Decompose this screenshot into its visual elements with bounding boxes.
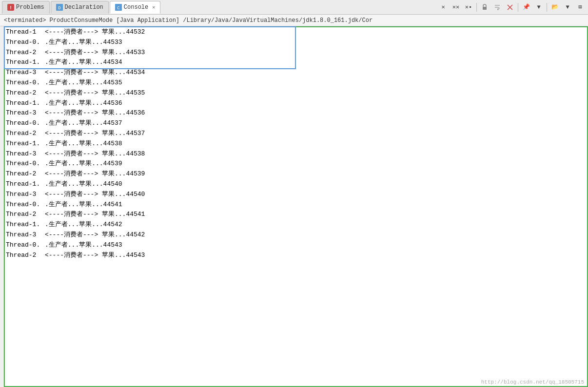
separator-2 [518,3,518,12]
log-message: <----消费者---> 苹果...44542 [45,230,145,240]
thread-name: Thread-2 [6,88,45,98]
log-message: <----消费者---> 苹果...44535 [45,88,145,98]
log-message: <----消费者---> 苹果...44539 [45,169,145,179]
log-message: <----消费者---> 苹果...44532 [45,27,145,38]
log-line: Thread-2 <----消费者---> 苹果...44543 [6,251,586,261]
thread-name: Thread-1 [6,27,45,38]
log-line: Thread-1. .生产者...苹果...44542 [6,220,586,230]
log-line: Thread-0. .生产者...苹果...44541 [6,200,586,210]
thread-name: Thread-2 [6,169,45,179]
log-message: .生产者...苹果...44536 [45,98,122,109]
tab-console[interactable]: C Console ✕ [110,1,160,14]
log-line: Thread-1. .生产者...苹果...44540 [6,179,586,190]
log-message: <----消费者---> 苹果...44536 [45,108,145,118]
console-tab-close[interactable]: ✕ [152,4,155,10]
thread-name: Thread-2 [6,48,45,58]
log-line: Thread-0. .生产者...苹果...44533 [6,38,586,48]
log-line: Thread-0. .生产者...苹果...44535 [6,78,586,88]
log-message: .生产者...苹果...44535 [45,78,122,88]
status-text: <terminated> ProductConsumeMode [Java Ap… [4,17,372,24]
thread-name: Thread-3 [6,230,45,240]
log-line: Thread-2 <----消费者---> 苹果...44533 [6,48,586,58]
log-line: Thread-3 <----消费者---> 苹果...44542 [6,230,586,240]
tab-console-label: Console [124,4,148,11]
log-line: Thread-2 <----消费者---> 苹果...44539 [6,169,586,179]
log-line: Thread-3 <----消费者---> 苹果...44538 [6,149,586,159]
log-line: Thread-1. .生产者...苹果...44538 [6,139,586,149]
log-line: Thread-2 <----消费者---> 苹果...44541 [6,210,586,220]
clear-btn[interactable] [504,1,516,13]
terminate-all-btn[interactable]: ✕✕ [450,1,462,13]
tab-problems-label: Problems [16,4,44,11]
thread-name: Thread-0. [6,159,45,169]
tab-declaration[interactable]: D Declaration [51,1,109,14]
declaration-icon: D [56,4,63,11]
log-line: Thread-0. .生产者...苹果...44539 [6,159,586,169]
log-message: <----消费者---> 苹果...44540 [45,190,145,200]
thread-name: Thread-0. [6,200,45,210]
log-message: .生产者...苹果...44543 [45,240,122,251]
log-message: .生产者...苹果...44541 [45,200,122,210]
log-message: .生产者...苹果...44540 [45,179,122,190]
log-line: Thread-1. .生产者...苹果...44534 [6,58,586,68]
thread-name: Thread-3 [6,190,45,200]
log-message: .生产者...苹果...44534 [45,58,122,68]
log-line: Thread-3 <----消费者---> 苹果...44536 [6,108,586,118]
thread-name: Thread-0. [6,38,45,48]
status-bar: <terminated> ProductConsumeMode [Java Ap… [0,15,588,26]
log-line: Thread-2 <----消费者---> 苹果...44537 [6,129,586,139]
log-line: Thread-2 <----消费者---> 苹果...44535 [6,88,586,98]
thread-name: Thread-3 [6,149,45,159]
log-line: Thread-0. .生产者...苹果...44543 [6,240,586,251]
thread-name: Thread-2 [6,129,45,139]
tab-problems[interactable]: ! Problems [2,1,50,14]
thread-name: Thread-0. [6,78,45,88]
thread-name: Thread-3 [6,108,45,118]
console-icon: C [115,4,122,11]
log-lines: Thread-1 <----消费者---> 苹果...44532Thread-0… [4,26,588,261]
thread-name: Thread-1. [6,58,45,68]
svg-text:!: ! [9,5,12,11]
thread-name: Thread-0. [6,240,45,251]
wrap-btn[interactable] [491,1,503,13]
remove-btn[interactable]: ✕▪ [463,1,474,13]
thread-name: Thread-1. [6,179,45,190]
problems-icon: ! [7,4,14,11]
view-menu-btn[interactable]: ▼ [562,1,573,13]
separator-3 [547,3,547,12]
thread-name: Thread-2 [6,251,45,261]
log-line: Thread-3 <----消费者---> 苹果...44540 [6,190,586,200]
pin-btn[interactable]: 📌 [520,1,532,13]
terminate-btn[interactable]: ✕ [437,1,449,13]
log-message: <----消费者---> 苹果...44538 [45,149,145,159]
console-content[interactable]: Thread-1 <----消费者---> 苹果...44532Thread-0… [4,26,588,387]
lock-btn[interactable] [479,1,490,13]
new-console-btn[interactable]: 📂 [549,1,561,13]
toolbar-right: ✕ ✕✕ ✕▪ 📌 ▼ 📂 ▼ ⊞ [437,1,586,13]
thread-name: Thread-1. [6,98,45,109]
svg-rect-6 [483,7,487,10]
log-message: .生产者...苹果...44542 [45,220,122,230]
log-line: Thread-1 <----消费者---> 苹果...44532 [6,27,586,38]
maximize-btn[interactable]: ⊞ [574,1,586,13]
thread-name: Thread-1. [6,139,45,149]
log-message: <----消费者---> 苹果...44543 [45,251,145,261]
tab-bar: ! Problems D Declaration C Console ✕ ✕ ✕… [0,0,588,15]
open-console-btn[interactable]: ▼ [533,1,545,13]
log-line: Thread-0. .生产者...苹果...44537 [6,118,586,129]
log-message: <----消费者---> 苹果...44541 [45,210,145,220]
console-area[interactable]: Thread-1 <----消费者---> 苹果...44532Thread-0… [0,26,588,387]
log-message: <----消费者---> 苹果...44533 [45,48,145,58]
log-line: Thread-1. .生产者...苹果...44536 [6,98,586,109]
left-gutter [0,26,4,387]
separator-1 [476,3,477,12]
thread-name: Thread-0. [6,118,45,129]
thread-name: Thread-3 [6,68,45,78]
thread-name: Thread-2 [6,210,45,220]
log-line: Thread-3 <----消费者---> 苹果...44534 [6,68,586,78]
tab-declaration-label: Declaration [65,4,103,11]
log-message: .生产者...苹果...44533 [45,38,122,48]
thread-name: Thread-1. [6,220,45,230]
log-message: <----消费者---> 苹果...44534 [45,68,145,78]
watermark: http://blog.csdn.net/qq_18505715 [481,379,584,385]
